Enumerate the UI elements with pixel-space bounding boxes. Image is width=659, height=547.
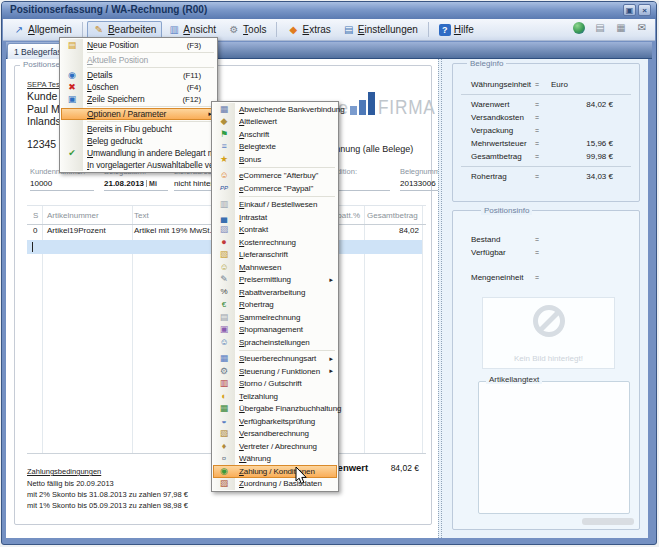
mail-icon[interactable]: ✉ [636, 22, 648, 34]
menu-item-teilzahlung[interactable]: ◐ Teilzahlung [213, 390, 337, 403]
menu-item-details[interactable]: ◉ Details (F11) [61, 69, 216, 81]
info-row-gesamtbetrag: Gesamtbetrag = 99,98 € [471, 150, 613, 163]
payment-term-line: mit 1% Skonto bis 05.09.2013 zu zahlen 9… [27, 501, 188, 510]
view-icon: ▥ [168, 24, 180, 36]
info-row-mengeneinheit: Mengeneinheit = [471, 271, 613, 284]
menu-item-spracheinstellungen[interactable]: ☺ Spracheinstellungen [213, 336, 337, 349]
close-icon[interactable] [638, 4, 651, 16]
restore-icon[interactable] [623, 4, 636, 16]
menu-item-steuerung-funktionen[interactable]: ⚙ Steuerung / Funktionen [213, 365, 337, 378]
waehrung-icon: ¤ [213, 455, 235, 463]
check-icon: ✔ [61, 149, 83, 158]
save-icon: ▣ [61, 95, 83, 104]
menu-item-verfügbarkeitsprüfung[interactable]: ◒ Verfügbarkeitsprüfung [213, 415, 337, 428]
info-row-warenwert: Warenwert = 84,02 € [471, 98, 613, 111]
intrastat-icon: ▄ [213, 213, 235, 222]
column-header[interactable]: Text [134, 211, 149, 220]
menu-item-bereits-in-fibu-gebucht[interactable]: Bereits in Fibu gebucht [61, 123, 216, 135]
company-logo: ne FIRMA [328, 92, 438, 115]
menu-button-extras[interactable]: ◆ Extras [281, 21, 336, 39]
menu-item-zahlung-konditionen[interactable]: ◉ Zahlung / Konditionen [213, 465, 337, 478]
delete-icon: ✖ [61, 83, 83, 92]
bank-icon: ▦ [213, 105, 235, 114]
separator [87, 67, 214, 68]
menu-item-zuordnung-basisdaten[interactable]: ▨ Zuordnung / Basisdaten [213, 478, 337, 491]
summary-value: 84,02 € [359, 463, 419, 473]
no-image-text: Kein Bild hinterlegt! [483, 354, 614, 363]
payment-term-line: mit 2% Skonto bis 31.08.2013 zu zahlen 9… [27, 490, 188, 499]
menu-item-intrastat[interactable]: ▄ Intrastat [213, 211, 337, 224]
menu-item-altteilewert[interactable]: ◆ Altteilewert [213, 116, 337, 129]
positionsinfo-title: Positionsinfo [481, 206, 532, 215]
menu-item-neue-position[interactable]: ▤ Neue Position (F3) [61, 39, 216, 51]
details-icon: ◉ [61, 71, 83, 80]
column-header[interactable]: Artikelnummer [47, 211, 99, 220]
menu-item-steuerberechnungsart[interactable]: ▦ Steuerberechnungsart [213, 353, 337, 366]
window-controls [623, 4, 651, 16]
menu-item-einkauf-bestellwesen[interactable]: ▥ Einkauf / Bestellwesen [213, 199, 337, 212]
logo-name: FIRMA [378, 98, 436, 115]
menu-button-einstellungen[interactable]: ▤ Einstellungen [337, 21, 424, 39]
menu-item-kontrakt[interactable]: ▨ Kontrakt [213, 224, 337, 237]
menu-item-belegtexte[interactable]: ≡ Belegtexte [213, 141, 337, 154]
menu-item-versandberechnung[interactable]: ▧ Versandberechnung [213, 428, 337, 441]
storno-icon: ▥ [213, 379, 235, 388]
beleginfo-box: Beleginfo Währungseinheit = Euro Warenwe… [452, 63, 640, 202]
langtext-field[interactable] [478, 381, 630, 514]
afterbuy-icon: ☺ [213, 171, 235, 180]
article-image-placeholder: Kein Bild hinterlegt! [482, 297, 615, 369]
menu-item-shopmanagement[interactable]: ▣ Shopmanagement [213, 324, 337, 337]
tools-icon: ⚙ [228, 24, 240, 36]
payment-term-line: Netto fällig bis 20.09.2013 [27, 479, 114, 488]
document-icon[interactable]: ▤ [594, 22, 606, 34]
menu-item-aktuelle-position[interactable]: Aktuelle Position [61, 54, 216, 66]
sammelrechnung-icon: ▤ [213, 313, 235, 322]
kontrakt-icon: ▨ [213, 225, 235, 234]
menu-button-ansicht[interactable]: ▥ Ansicht [162, 21, 222, 39]
einkauf-icon: ▥ [213, 200, 235, 209]
submenu-arrow-icon [327, 277, 337, 283]
printer-icon[interactable]: ▦ [615, 22, 627, 34]
menu-item-rabattverarbeitung[interactable]: % Rabattverarbeitung [213, 286, 337, 299]
rohertrag-icon: € [213, 301, 235, 309]
menu-item-sammelrechnung[interactable]: ▤ Sammelrechnung [213, 311, 337, 324]
column-header[interactable]: Gesamtbetrag [367, 211, 418, 220]
menu-item-ecommerce-paypal[interactable]: PP eCommerce "Paypal" [213, 182, 337, 195]
column-header[interactable]: S [33, 211, 38, 220]
menu-item-mahnwesen[interactable]: ☺ Mahnwesen [213, 261, 337, 274]
menu-item-kostenrechnung[interactable]: ● Kostenrechnung [213, 236, 337, 249]
menu-item-abweichende-bankverbindung[interactable]: ▦ Abweichende Bankverbindung [213, 103, 337, 116]
menu-button-allgemein[interactable]: ↗ Allgemein [7, 21, 78, 39]
menu-item-umwandlung-in-andere-belegart-möglich[interactable]: ✔ Umwandlung in andere Belegart möglich [61, 147, 216, 159]
menu-item-optionen-parameter[interactable]: Optionen / Parameter [61, 108, 216, 120]
menu-button-tools[interactable]: ⚙ Tools [222, 21, 272, 39]
teilzahlung-icon: ◐ [213, 392, 235, 401]
menu-item-rohertrag[interactable]: € Rohertrag [213, 299, 337, 312]
menu-item-ecommerce-afterbuy[interactable]: ☺ eCommerce "Afterbuy" [213, 170, 337, 183]
separator [239, 167, 335, 168]
menu-item-zeile-speichern[interactable]: ▣ Zeile Speichern (F12) [61, 93, 216, 105]
separator [239, 196, 335, 197]
menu-item-preisermittlung[interactable]: ✎ Preisermittlung [213, 274, 337, 287]
menu-item-anschrift[interactable]: ⚑ Anschrift [213, 128, 337, 141]
menu-button-hilfe[interactable]: ? Hilfe [433, 21, 480, 39]
globe-icon[interactable] [573, 22, 585, 34]
menu-item-bonus[interactable]: ★ Bonus [213, 153, 337, 166]
menu-item-löschen[interactable]: ✖ Löschen (F4) [61, 81, 216, 93]
menu-item-beleg-gedruckt[interactable]: Beleg gedruckt [61, 135, 216, 147]
scrollbar-thumb[interactable] [582, 518, 634, 525]
zahlung-icon: ◉ [213, 467, 235, 476]
titlebar: Positionserfassung / WA-Rechnung (R00) [2, 2, 656, 19]
lieferanschrift-icon: ▧ [213, 250, 235, 259]
zuordnung-icon: ▨ [213, 479, 235, 488]
menu-button-bearbeiten[interactable]: ✎ Bearbeiten [87, 21, 162, 39]
info-row-bestand: Bestand = [471, 233, 613, 246]
menu-item-storno-gutschrift[interactable]: ▥ Storno / Gutschrift [213, 378, 337, 391]
menu-item-währung[interactable]: ¤ Währung [213, 453, 337, 466]
menu-item-lieferanschrift[interactable]: ▧ Lieferanschrift [213, 249, 337, 262]
menu-item-übergabe-finanzbuchhaltung[interactable]: ▦ Übergabe Finanzbuchhaltung [213, 403, 337, 416]
info-row-verpackung: Verpackung = [471, 124, 613, 137]
menu-item-in-vorgelagerter-auswahltabelle-verbergen[interactable]: In vorgelagerter Auswahltabelle verberge… [61, 159, 216, 171]
menu-item-vertreter-abrechnung[interactable]: ♦ Vertreter / Abrechnung [213, 440, 337, 453]
verfuegbarkeit-icon: ◒ [213, 417, 235, 426]
